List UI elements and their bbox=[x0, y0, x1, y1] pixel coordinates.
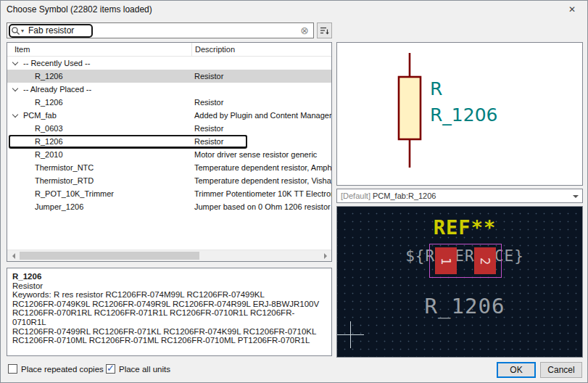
expand-chevron-icon[interactable] bbox=[12, 85, 18, 91]
footprint-value-text: R_1206 bbox=[347, 294, 582, 318]
choose-symbol-dialog: Choose Symbol (22802 items loaded) ✕ ▾ F… bbox=[0, 0, 588, 383]
footer: Place repeated copies Place all units OK… bbox=[1, 356, 587, 382]
tree-row-description: Jumper based on 0 Ohm 1206 resistor bbox=[191, 202, 331, 211]
tree-row[interactable]: Thermistor_RTD Temperature dependent res… bbox=[7, 174, 331, 187]
tree-row[interactable]: PCM_fab Added by Plugin and Content Mana… bbox=[7, 109, 331, 122]
symbol-value-text: R_1206 bbox=[430, 104, 498, 125]
place-repeated-copies-checkbox[interactable]: Place repeated copies bbox=[8, 364, 104, 374]
tree-row-description: Resistor bbox=[191, 98, 331, 107]
details-keywords: Keywords: R res resistor RC1206FR-074M99… bbox=[12, 290, 326, 345]
symbol-preview-panel: R R_1206 bbox=[336, 42, 583, 186]
horizontal-scrollbar[interactable] bbox=[7, 250, 331, 261]
tree-row-label: R_0603 bbox=[35, 124, 63, 133]
expand-chevron-icon[interactable] bbox=[12, 111, 18, 117]
search-filter-dropdown-icon[interactable]: ▾ bbox=[21, 28, 24, 34]
tree-row-description: Trimmer Potentiometer 10K TT Electronics… bbox=[191, 189, 331, 198]
tree-row-label: -- Recently Used -- bbox=[23, 59, 90, 67]
footprint-ref-text: REF** bbox=[347, 216, 582, 239]
tree-row-description: Temperature dependent resistor, Vishay P… bbox=[191, 176, 331, 185]
footprint-select-default: [Default] bbox=[341, 192, 370, 200]
expand-chevron-icon[interactable] bbox=[12, 59, 18, 65]
sort-button[interactable] bbox=[317, 22, 332, 38]
sort-icon bbox=[320, 26, 329, 36]
tree-row[interactable]: R_1206 Resistor bbox=[7, 96, 331, 109]
tree-row-label: -- Already Placed -- bbox=[23, 85, 91, 94]
tree-row[interactable]: Thermistor_NTC Temperature dependent res… bbox=[7, 161, 331, 174]
tree-row-description: Motor driver sense resistor generic bbox=[191, 150, 331, 159]
tree-row-description: Added by Plugin and Content Manager bbox=[191, 111, 331, 120]
tree-row[interactable]: R_0603 Resistor bbox=[7, 122, 331, 135]
resistor-symbol: R R_1206 bbox=[337, 43, 582, 185]
symbol-tree: Item Description -- Recently Used -- R_1… bbox=[7, 42, 332, 262]
column-header-item[interactable]: Item bbox=[7, 45, 191, 54]
courtyard-outline bbox=[429, 244, 502, 278]
tree-row[interactable]: R_1206 Resistor bbox=[7, 135, 331, 148]
dialog-title: Choose Symbol (22802 items loaded) bbox=[7, 4, 152, 15]
column-header-description[interactable]: Description bbox=[191, 43, 331, 56]
tree-row[interactable]: -- Recently Used -- bbox=[7, 57, 331, 70]
tree-row-label: Thermistor_RTD bbox=[35, 176, 94, 185]
tree-row[interactable]: R_2010 Motor driver sense resistor gener… bbox=[7, 148, 331, 161]
tree-row-label: R_1206 bbox=[35, 98, 63, 107]
origin-crosshair-v bbox=[350, 321, 351, 348]
tree-row[interactable]: R_1206 Resistor bbox=[7, 70, 331, 83]
tree-row-label: Thermistor_NTC bbox=[35, 163, 94, 172]
tree-row-description: Resistor bbox=[191, 72, 331, 81]
tree-row-label: R_POT_10K_Trimmer bbox=[35, 189, 114, 198]
footprint-preview-panel: REF** ${REFERENCE} 1 2 R_1206 bbox=[336, 206, 583, 358]
tree-row-label: R_1206 bbox=[35, 72, 63, 81]
footprint-select-value: PCM_fab:R_1206 bbox=[370, 192, 436, 200]
symbol-ref-text: R bbox=[430, 78, 442, 99]
tree-row-label: PCM_fab bbox=[23, 111, 57, 120]
tree-rows: -- Recently Used -- R_1206 Resistor -- A… bbox=[7, 57, 331, 250]
tree-header: Item Description bbox=[7, 43, 331, 57]
tree-row-description: Resistor bbox=[191, 124, 331, 133]
tree-row-label: Jumper_1206 bbox=[35, 202, 83, 211]
checkbox-box[interactable] bbox=[106, 364, 115, 374]
titlebar[interactable]: Choose Symbol (22802 items loaded) ✕ bbox=[1, 1, 587, 18]
clear-search-icon[interactable]: ⊗ bbox=[300, 25, 309, 36]
search-icon bbox=[11, 26, 20, 36]
symbol-details-panel: R_1206 Resistor Keywords: R res resistor… bbox=[7, 268, 332, 356]
tree-row[interactable]: R_POT_10K_Trimmer Trimmer Potentiometer … bbox=[7, 187, 331, 200]
tree-row[interactable]: Jumper_1206 Jumper based on 0 Ohm 1206 r… bbox=[7, 200, 331, 213]
scroll-right-icon[interactable] bbox=[320, 250, 331, 261]
search-value: Fab resistor bbox=[28, 25, 74, 36]
checkbox-label: Place all units bbox=[119, 365, 170, 374]
tree-row[interactable]: -- Already Placed -- bbox=[7, 83, 331, 96]
chevron-down-icon[interactable] bbox=[573, 195, 579, 201]
details-name: R_1206 bbox=[12, 272, 326, 281]
scroll-left-icon[interactable] bbox=[7, 250, 19, 261]
search-input[interactable]: ▾ Fab resistor ⊗ bbox=[7, 22, 314, 38]
checkbox-label: Place repeated copies bbox=[21, 365, 104, 374]
tree-row-label: R_1206 bbox=[35, 137, 63, 146]
tree-row-label: R_2010 bbox=[35, 150, 63, 159]
cancel-button[interactable]: Cancel bbox=[540, 362, 582, 378]
scrollbar-thumb[interactable] bbox=[20, 252, 199, 260]
details-description: Resistor bbox=[12, 281, 326, 291]
footprint-select[interactable]: [Default] PCM_fab:R_1206 bbox=[336, 189, 583, 203]
tree-row-description: Temperature dependent resistor, Amphenol… bbox=[191, 163, 331, 172]
tree-row-description: Resistor bbox=[191, 137, 331, 146]
ok-button[interactable]: OK bbox=[497, 362, 536, 378]
close-icon[interactable]: ✕ bbox=[563, 3, 581, 16]
checkbox-box[interactable] bbox=[8, 364, 17, 374]
place-all-units-checkbox[interactable]: Place all units bbox=[106, 364, 170, 374]
